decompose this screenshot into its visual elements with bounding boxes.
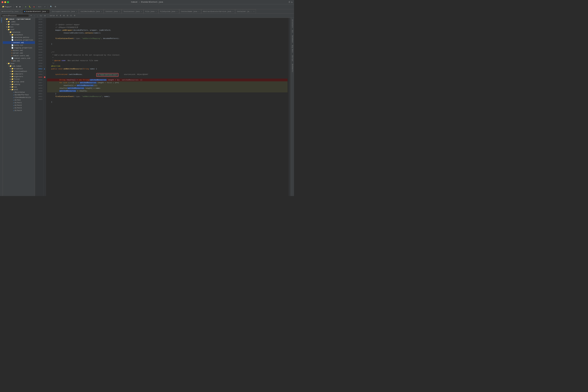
tab-context[interactable]: Context.java ✕ — [104, 9, 122, 13]
tab-callmethodrule[interactable]: CallMethodRule.java ✕ — [79, 9, 104, 13]
sidebar-item-eltest4[interactable]: ☕ ELTest4 — [3, 109, 35, 112]
sidebar-item-classloadtest[interactable]: ▶ 📁 classloadtest — [3, 70, 35, 72]
sidebar-item-compilerx[interactable]: ▶ 📁 compilerx — [3, 72, 35, 75]
tab-close-hostconfig[interactable]: ✕ — [20, 10, 20, 12]
right-panel-bigdata[interactable]: Big Data — [291, 44, 294, 53]
tab-close-testcontext[interactable]: ✕ — [141, 10, 142, 12]
right-panel-git[interactable]: Git — [291, 30, 294, 34]
sidebar-item-settings[interactable]: ▶ 📁 .settings — [3, 23, 35, 26]
sidebar-item-group-send[interactable]: ▶ 📁 group.send — [3, 80, 35, 83]
search-input[interactable] — [1, 14, 29, 17]
search-expand-icon[interactable]: ⊞ — [63, 14, 65, 17]
debug-button[interactable]: 🐛 — [28, 5, 32, 8]
sidebar-item-web-xml[interactable]: ⚙ web.xml — [3, 60, 35, 62]
project-button[interactable]: 📁 Project ▾ — [1, 5, 12, 8]
right-panel-bookmarks[interactable]: Bookmarks — [291, 63, 294, 73]
tab-filesystem[interactable]: FileSystem.java ✕ — [158, 9, 179, 13]
minimize-button[interactable] — [4, 1, 6, 3]
file-icon-xsd: 📄 — [11, 57, 14, 59]
sidebar-item-localhost[interactable]: ▶ 📁 localhost — [3, 34, 35, 36]
sidebar-item-server-xml[interactable]: ⚙ server.xml — [3, 52, 35, 54]
tab-close-abstractexecutor[interactable]: ✕ — [232, 10, 233, 12]
search-settings-icon[interactable]: ⚙ — [73, 14, 76, 17]
sidebar-item-hello[interactable]: 📄 hello.txt — [3, 44, 35, 46]
sidebar-item-catalina-props[interactable]: 📄 catalina.properties — [3, 39, 35, 41]
folder-icon-broadcast: 📁 — [11, 68, 14, 70]
nav-back-button[interactable]: ◀ — [15, 5, 18, 8]
tab-close-file[interactable]: ✕ — [156, 10, 156, 12]
search-filter-icon[interactable]: ⊟ — [66, 14, 69, 17]
right-panel-jscript[interactable]: JScript — [291, 54, 294, 62]
sidebar-item-tomcat[interactable]: ▾ 📁 tomcat ~/gitlab/tomcat — [3, 18, 35, 20]
sidebar-item-idea[interactable]: ▶ 📁 .idea — [3, 20, 35, 23]
code-editor[interactable]: 3634 3635 3636 3637 3638 3639 3640 3641 … — [35, 18, 290, 196]
sidebar-item-bytebuffertest[interactable]: ☕ ByteBufferTest — [3, 94, 35, 96]
close-button[interactable] — [2, 1, 4, 3]
search-options-button[interactable]: Cc — [39, 14, 42, 17]
tab-introspection[interactable]: IntrospectionUtils.java ✕ — [50, 9, 79, 13]
sidebar-item-conf[interactable]: ▾ 📁 conf — [3, 28, 35, 31]
tab-abstractexecutor[interactable]: AbstractExecutorService.java ✕ — [201, 9, 235, 13]
tab-container[interactable]: Container.ja... ✕ — [235, 9, 256, 13]
tab-contextname[interactable]: ContextName.java ✕ — [179, 9, 201, 13]
right-panel-database[interactable]: Database — [291, 35, 294, 43]
tab-testcontext[interactable]: TestContext.java ✕ — [122, 9, 144, 13]
sidebar-item-mytest-xml[interactable]: ⚙ mytest.xml — [3, 49, 35, 52]
tab-close-container[interactable]: ✕ — [253, 10, 254, 12]
sidebar-item-eltest[interactable]: ☕ ELTest — [3, 99, 35, 101]
sidebar-item-basicvalue[interactable]: ☕ BasicValue — [3, 91, 35, 94]
toolbar-icon2[interactable]: ↻ — [291, 1, 292, 4]
toolbar-icon1[interactable]: ⎙ — [289, 1, 290, 3]
sidebar-item-catalina-policy[interactable]: 📄 catalina.policy — [3, 36, 35, 39]
search-prev-button[interactable]: ↑ — [33, 14, 36, 17]
git-button[interactable]: ✓ — [43, 5, 46, 8]
sidebar-item-logging[interactable]: 📄 logging.properties — [3, 46, 35, 49]
sidebar-item-broadcast[interactable]: ▶ 📁 broadcast — [3, 68, 35, 70]
search-word-button[interactable]: W — [44, 14, 46, 17]
maximize-button[interactable] — [7, 1, 9, 3]
sidebar-item-catalina[interactable]: ▾ 📁 Catalina — [3, 31, 35, 34]
sidebar-item-com-luban[interactable]: ▾ 📁 com.luban — [3, 65, 35, 68]
sidebar-item-tomcat-users[interactable]: ⚙ tomcat-users.xml — [3, 54, 35, 57]
sidebar-item-eltest2[interactable]: ☕ ELTest2 — [3, 104, 35, 106]
nav-forward-button[interactable]: ▶ — [18, 5, 22, 8]
sidebar-item-nio[interactable]: ▶ 📁 nio — [3, 86, 35, 88]
tab-standardcontext[interactable]: StandardContext.java ✕ — [22, 9, 50, 13]
code-content[interactable]: // Update context mapper // 在Mapper中添加映射… — [46, 18, 289, 196]
tab-close-standardcontext[interactable]: ✕ — [47, 10, 48, 12]
sidebar-item-filter[interactable]: ▶ 📁 filter — [3, 78, 35, 80]
tab-close-callmethodrule[interactable]: ✕ — [101, 10, 102, 12]
search-close-button[interactable]: ✕ — [30, 14, 32, 17]
sidebar-item-eltest3[interactable]: ☕ ELTest3 — [3, 106, 35, 109]
sidebar-item-classreaderutils[interactable]: ☕ ClassReaderUtils — [3, 96, 35, 99]
search-up-icon[interactable]: ⬆ — [56, 14, 58, 17]
tab-close-context[interactable]: ✕ — [119, 10, 120, 12]
tab-file[interactable]: File.java ✕ — [144, 9, 158, 13]
tree-arrow-nio: ▶ — [10, 86, 11, 88]
tab-close-introspection[interactable]: ✕ — [76, 10, 77, 12]
tab-close-filesystem[interactable]: ✕ — [176, 10, 178, 12]
sidebar-item-eltest1[interactable]: ☕ ELTest1 — [3, 101, 35, 104]
settings-button[interactable]: ⚙ — [54, 5, 57, 8]
java-icon-eltest1: ☕ — [13, 102, 14, 104]
sidebar-item-tomcat-users-xsd[interactable]: 📄 tomcat-users.xsd — [3, 57, 35, 60]
breakpoint-icon[interactable] — [44, 76, 46, 78]
tab-close-contextname[interactable]: ✕ — [198, 10, 199, 12]
tab-label-container: Container.ja... — [237, 10, 252, 12]
search-down-icon[interactable]: ⬇ — [59, 14, 62, 17]
titlebar: tomcat – StandardContext.java ⎙ ↻ — [0, 0, 294, 4]
sidebar-item-context-xml[interactable]: ⚙ context.xml — [3, 41, 35, 44]
sidebar-item-naming[interactable]: ▶ 📁 naming — [3, 83, 35, 86]
stop-button[interactable]: ■ — [32, 6, 36, 8]
search-next-button[interactable]: ↓ — [36, 14, 38, 17]
sidebar-item-bin[interactable]: ▶ 📁 bin — [3, 26, 35, 28]
panel-icon-project[interactable]: Project — [0, 18, 3, 21]
sidebar-item-java[interactable]: ▾ 📁 java — [3, 62, 35, 65]
tab-hostconfig[interactable]: HostConfig.java ✕ — [0, 9, 22, 13]
run-button[interactable]: ▶ — [24, 5, 27, 8]
sidebar-item-digesterx[interactable]: ▶ 📁 digesterx — [3, 75, 35, 78]
sidebar-item-pool[interactable]: ▶ 📁 pool — [3, 88, 35, 91]
search-more-icon[interactable]: ⊡ — [70, 14, 72, 17]
search-button[interactable]: 🔍 — [49, 5, 53, 8]
right-panel-structure[interactable]: Structure — [291, 19, 294, 28]
